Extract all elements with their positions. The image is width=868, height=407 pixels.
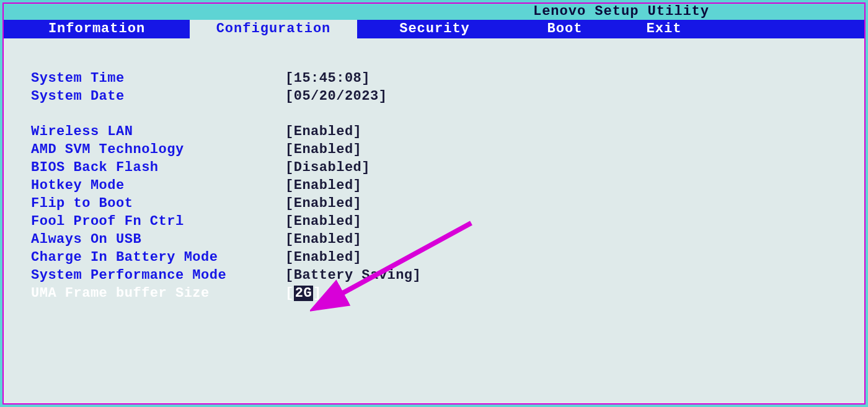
label-charge-battery: Charge In Battery Mode — [31, 248, 285, 266]
bracket-left: [ — [285, 286, 294, 301]
value-wireless-lan: [Enabled] — [285, 123, 361, 141]
label-amd-svm: AMD SVM Technology — [31, 141, 285, 159]
title-bar: Lenovo Setup Utility — [4, 4, 864, 20]
value-flip-to-boot: [Enabled] — [285, 195, 361, 212]
label-system-time: System Time — [31, 69, 285, 87]
label-always-on-usb: Always On USB — [31, 230, 285, 248]
value-system-date: [05/20/2023] — [285, 87, 387, 105]
tab-configuration[interactable]: Configuration — [190, 20, 357, 38]
bios-window: Lenovo Setup Utility Information Configu… — [2, 2, 866, 405]
value-charge-battery: [Enabled] — [285, 248, 361, 266]
row-bios-back-flash[interactable]: BIOS Back Flash [Disabled] — [31, 159, 864, 177]
row-uma-frame-buffer[interactable]: UMA Frame buffer Size [2G] — [31, 284, 864, 302]
tab-information[interactable]: Information — [4, 20, 190, 38]
label-hotkey-mode: Hotkey Mode — [31, 177, 285, 195]
value-always-on-usb: [Enabled] — [285, 230, 361, 248]
value-uma-inner: 2G — [294, 286, 313, 301]
row-wireless-lan[interactable]: Wireless LAN [Enabled] — [31, 123, 864, 141]
label-system-date: System Date — [31, 87, 285, 105]
row-amd-svm[interactable]: AMD SVM Technology [Enabled] — [31, 141, 864, 159]
label-flip-to-boot: Flip to Boot — [31, 195, 285, 212]
value-hotkey-mode: [Enabled] — [285, 177, 361, 195]
bracket-right: ] — [313, 286, 322, 301]
app-title: Lenovo Setup Utility — [533, 4, 709, 19]
tab-bar: Information Configuration Security Boot … — [4, 20, 864, 38]
tab-exit[interactable]: Exit — [618, 20, 711, 38]
row-system-time[interactable]: System Time [15:45:08] — [31, 69, 864, 87]
value-system-time: [15:45:08] — [285, 69, 370, 87]
config-panel: System Time [15:45:08] System Date [05/2… — [4, 38, 864, 403]
row-flip-to-boot[interactable]: Flip to Boot [Enabled] — [31, 195, 864, 212]
row-system-date[interactable]: System Date [05/20/2023] — [31, 87, 864, 105]
tab-security[interactable]: Security — [357, 20, 512, 38]
row-fool-proof-fn[interactable]: Fool Proof Fn Ctrl [Enabled] — [31, 212, 864, 230]
label-fool-proof-fn: Fool Proof Fn Ctrl — [31, 212, 285, 230]
label-uma-frame-buffer: UMA Frame buffer Size — [31, 284, 285, 302]
value-fool-proof-fn: [Enabled] — [285, 212, 361, 230]
row-always-on-usb[interactable]: Always On USB [Enabled] — [31, 230, 864, 248]
row-hotkey-mode[interactable]: Hotkey Mode [Enabled] — [31, 177, 864, 195]
tab-boot[interactable]: Boot — [512, 20, 618, 38]
label-perf-mode: System Performance Mode — [31, 266, 285, 284]
value-bios-back-flash: [Disabled] — [285, 159, 370, 177]
label-wireless-lan: Wireless LAN — [31, 123, 285, 141]
row-perf-mode[interactable]: System Performance Mode [Battery Saving] — [31, 266, 864, 284]
label-bios-back-flash: BIOS Back Flash — [31, 159, 285, 177]
value-uma-frame-buffer: [2G] — [285, 284, 322, 302]
value-amd-svm: [Enabled] — [285, 141, 361, 159]
row-charge-battery[interactable]: Charge In Battery Mode [Enabled] — [31, 248, 864, 266]
value-perf-mode: [Battery Saving] — [285, 266, 421, 284]
